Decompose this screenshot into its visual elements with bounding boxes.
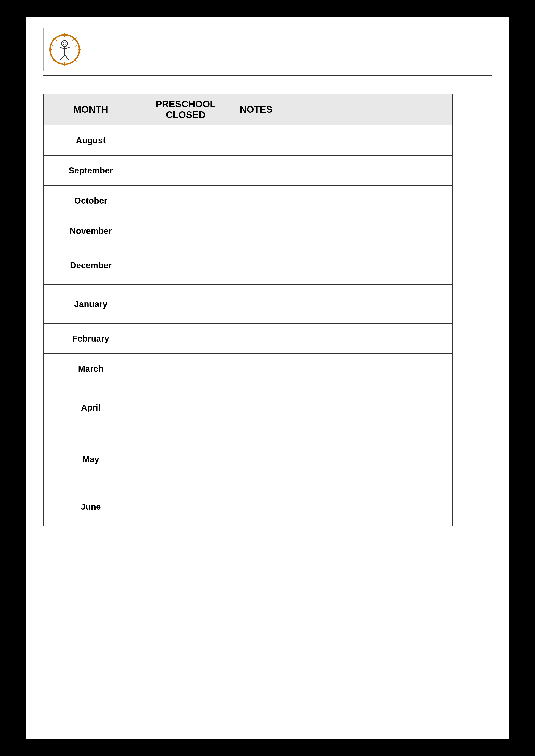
notes-cell-october [233,186,453,216]
closed-cell-april [138,384,233,431]
closed-cell-october [138,186,233,216]
closed-cell-january [138,285,233,323]
notes-cell-june [233,487,453,526]
month-cell-january: January [43,285,138,323]
table-body: August September [43,125,453,526]
month-cell-june: June [43,487,138,526]
notes-cell-may [233,431,453,487]
closed-cell-march [138,354,233,384]
notes-cell-december [233,246,453,285]
month-cell-october: October [43,186,138,216]
notes-cell-march [233,354,453,384]
notes-cell-april [233,384,453,431]
month-cell-may: May [43,431,138,487]
table-row: January [43,285,453,323]
page-background: MONTH PRESCHOOL CLOSED NOTES [0,0,535,756]
month-cell-november: November [43,216,138,246]
col-header-closed: PRESCHOOL CLOSED [138,94,233,125]
table-row: June [43,487,453,526]
schedule-table: MONTH PRESCHOOL CLOSED NOTES [43,94,453,526]
table-row: March [43,354,453,384]
notes-cell-august [233,125,453,155]
notes-cell-january [233,285,453,323]
page-header [43,28,492,76]
notes-cell-november [233,216,453,246]
month-cell-december: December [43,246,138,285]
table-row: December [43,246,453,285]
notes-cell-february [233,323,453,354]
closed-cell-september [138,155,233,186]
table-row: August [43,125,453,155]
month-cell-february: February [43,323,138,354]
table-row: November [43,216,453,246]
page-content: MONTH PRESCHOOL CLOSED NOTES [26,17,509,739]
schedule-table-section: MONTH PRESCHOOL CLOSED NOTES [43,94,492,526]
svg-point-16 [65,42,66,43]
table-row: April [43,384,453,431]
closed-cell-november [138,216,233,246]
month-cell-september: September [43,155,138,186]
table-row: September [43,155,453,186]
closed-cell-august [138,125,233,155]
logo-container [43,28,86,71]
col-header-month: MONTH [43,94,138,125]
month-cell-april: April [43,384,138,431]
notes-cell-september [233,155,453,186]
closed-cell-june [138,487,233,526]
month-cell-march: March [43,354,138,384]
col-header-notes: NOTES [233,94,453,125]
table-row: February [43,323,453,354]
svg-point-15 [63,42,64,43]
table-row: October [43,186,453,216]
closed-cell-december [138,246,233,285]
table-header: MONTH PRESCHOOL CLOSED NOTES [43,94,453,125]
closed-cell-february [138,323,233,354]
table-row: May [43,431,453,487]
month-cell-august: August [43,125,138,155]
closed-cell-may [138,431,233,487]
logo-icon [47,32,82,67]
